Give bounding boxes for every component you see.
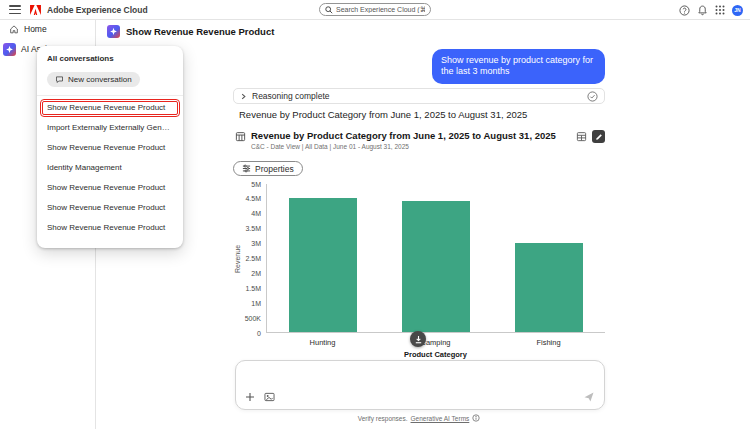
conversation-header: Show Revenue Revenue Product (96, 20, 750, 38)
search-icon (325, 6, 333, 14)
chat-input-box (235, 360, 605, 410)
user-message-bubble: Show revenue by product category for the… (432, 49, 605, 84)
y-tick-label: 5M (251, 181, 261, 188)
popup-title: All conversations (37, 54, 183, 70)
reasoning-label: Reasoning complete (252, 91, 330, 101)
report-subtitle: C&C - Date View | All Data | June 01 - A… (251, 143, 556, 150)
brand-title: Adobe Experience Cloud (47, 5, 148, 15)
y-tick-label: 2M (251, 270, 261, 277)
user-avatar[interactable]: JN (732, 5, 743, 16)
chat-bubble-icon (55, 75, 64, 84)
check-circle-icon (587, 91, 598, 102)
y-tick-label: 4M (251, 210, 261, 217)
help-icon[interactable] (679, 5, 690, 16)
home-icon (9, 24, 19, 34)
verify-text: Verify responses. (358, 415, 408, 422)
conversation-item[interactable]: Identity Management (37, 158, 183, 178)
chat-input[interactable] (244, 367, 596, 389)
popup-divider (37, 95, 183, 96)
x-axis-categories: HuntingCampingFishing (266, 338, 605, 347)
notifications-bell-icon[interactable] (697, 5, 708, 16)
page-title: Show Revenue Revenue Product (126, 26, 274, 37)
main-content: Show Revenue Revenue Product Show revenu… (96, 20, 750, 429)
ai-assistant-icon (3, 43, 16, 56)
x-category-label: Fishing (515, 338, 583, 347)
y-axis-ticks: 5M4.5M4M3.5M3M2.5M2M1.5M1M500K0 (240, 184, 261, 333)
report-actions (576, 130, 605, 143)
header-actions: JN (679, 0, 743, 20)
info-icon[interactable] (472, 414, 480, 422)
add-attachment-button[interactable] (245, 392, 255, 402)
app-header: Adobe Experience Cloud JN (0, 0, 750, 20)
chart-plot-area (266, 184, 605, 333)
bar-hunting[interactable] (289, 198, 357, 332)
chevron-right-icon (240, 93, 247, 100)
y-tick-label: 3.5M (245, 225, 261, 232)
conversations-popup: All conversations New conversation Show … (37, 46, 183, 248)
hamburger-menu-icon[interactable] (9, 5, 21, 14)
properties-button[interactable]: Properties (233, 161, 303, 176)
assistant-response-text: Revenue by Product Category from June 1,… (239, 109, 527, 120)
sidebar-item-label: Home (24, 24, 47, 34)
search-input[interactable] (336, 6, 425, 13)
conversation-item[interactable]: Show Revenue Revenue Product (37, 178, 183, 198)
x-category-label: Hunting (289, 338, 357, 347)
y-tick-label: 500K (245, 315, 261, 322)
edit-in-workspace-button[interactable] (592, 130, 605, 143)
y-tick-label: 2.5M (245, 255, 261, 262)
ai-assistant-icon (107, 25, 120, 38)
report-header: Revenue by Product Category from June 1,… (235, 130, 605, 150)
chat-input-tools (245, 392, 275, 402)
report-title: Revenue by Product Category from June 1,… (251, 130, 556, 141)
conversation-item[interactable]: Show Revenue Revenue Product (37, 98, 183, 118)
y-tick-label: 1.5M (245, 285, 261, 292)
x-axis-label: Product Category (266, 350, 605, 359)
report-titles: Revenue by Product Category from June 1,… (251, 130, 556, 150)
global-search[interactable] (319, 3, 431, 16)
y-tick-label: 3M (251, 240, 261, 247)
y-tick-label: 4.5M (245, 195, 261, 202)
conversation-item[interactable]: Show Revenue Revenue Product (37, 218, 183, 238)
reasoning-accordion[interactable]: Reasoning complete (233, 88, 605, 104)
conversation-item[interactable]: Show Revenue Revenue Product (37, 138, 183, 158)
filter-sliders-icon (242, 164, 251, 173)
generative-ai-terms-link[interactable]: Generative AI Terms (411, 415, 470, 422)
y-tick-label: 0 (257, 330, 261, 337)
conversation-item[interactable]: Import Externally Externally Generated (37, 118, 183, 138)
ai-footer: Verify responses. Generative AI Terms (233, 414, 605, 422)
adobe-logo-icon[interactable] (30, 5, 41, 15)
bar-camping[interactable] (402, 201, 470, 332)
new-conversation-button[interactable]: New conversation (47, 72, 140, 87)
conversation-item[interactable]: Show Revenue Revenue Product (37, 198, 183, 218)
view-table-icon[interactable] (576, 131, 587, 142)
bar-fishing[interactable] (515, 243, 583, 332)
send-message-button[interactable] (583, 391, 595, 403)
app-switcher-icon[interactable] (715, 5, 725, 15)
download-chart-button[interactable] (410, 331, 426, 347)
insert-image-button[interactable] (264, 392, 275, 402)
report-table-icon (235, 131, 246, 142)
y-tick-label: 1M (251, 300, 261, 307)
sidebar-item-home[interactable]: Home (0, 20, 95, 38)
